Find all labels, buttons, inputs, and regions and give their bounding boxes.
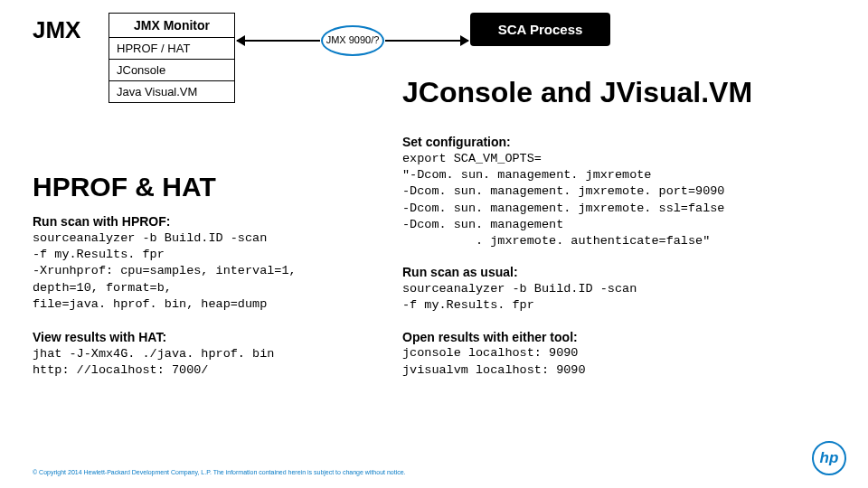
hprof-run-label: Run scan with HPROF: <box>33 213 385 230</box>
hat-view-label: View results with HAT: <box>33 329 385 346</box>
jmx-port-oval: JMX 9090/? <box>321 25 384 56</box>
left-heading: HPROF & HAT <box>33 172 216 202</box>
right-heading: JConsole and JVisual.VM <box>402 76 752 109</box>
right-body: Set configuration: export SCA_VM_OPTS= "… <box>402 134 854 393</box>
hp-logo-text: hp <box>820 449 839 467</box>
jmx-monitor-header: JMX Monitor <box>109 14 234 38</box>
open-results-code: jconsole localhost: 9090 jvisualvm local… <box>402 345 854 378</box>
run-scan-label: Run scan as usual: <box>402 264 854 281</box>
arrow-left <box>237 40 320 42</box>
open-results-label: Open results with either tool: <box>402 329 854 346</box>
jmx-port-label: JMX 9090/? <box>326 34 380 46</box>
arrow-right <box>385 40 468 42</box>
sca-process-box: SCA Process <box>470 13 610 46</box>
set-config-code: export SCA_VM_OPTS= "-Dcom. sun. managem… <box>402 151 854 249</box>
jmx-monitor-item-hprof: HPROF / HAT <box>109 38 234 60</box>
page-title: JMX <box>33 16 80 44</box>
copyright-footer: © Copyright 2014 Hewlett-Packard Develop… <box>33 469 406 475</box>
run-scan-code: sourceanalyzer -b Build.ID -scan -f my.R… <box>402 281 854 314</box>
jmx-monitor-item-visualvm: Java Visual.VM <box>109 81 234 102</box>
jmx-monitor-box: JMX Monitor HPROF / HAT JConsole Java Vi… <box>108 13 235 103</box>
hat-view-code: jhat -J-Xmx4G. ./java. hprof. bin http: … <box>33 346 385 379</box>
hp-logo-icon: hp <box>812 441 846 475</box>
set-config-label: Set configuration: <box>402 134 854 151</box>
left-body: Run scan with HPROF: sourceanalyzer -b B… <box>33 213 385 395</box>
hprof-run-code: sourceanalyzer -b Build.ID -scan -f my.R… <box>33 230 385 313</box>
jmx-monitor-item-jconsole: JConsole <box>109 60 234 81</box>
